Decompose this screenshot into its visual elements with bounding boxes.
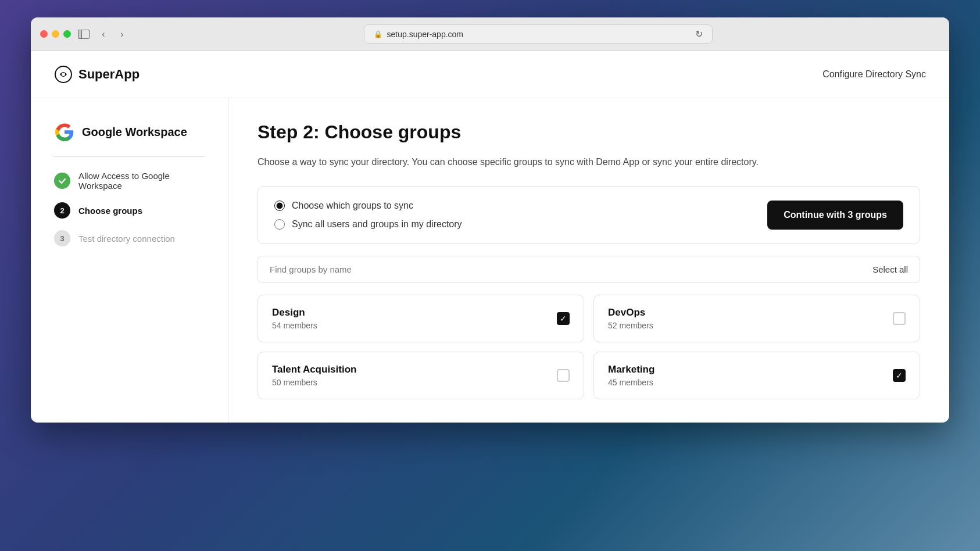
- group-info-devops: DevOps 52 members: [608, 307, 653, 330]
- sidebar-steps: Allow Access to Google Workspace 2 Choos…: [54, 171, 205, 246]
- main-content: Step 2: Choose groups Choose a way to sy…: [228, 98, 949, 423]
- search-input[interactable]: [270, 264, 872, 274]
- close-button[interactable]: [40, 30, 48, 38]
- google-icon: [54, 121, 75, 142]
- browser-window: ‹ › 🔒 setup.super-app.com ↻ SuperApp Con…: [31, 17, 949, 423]
- sync-options-box: Choose which groups to sync Sync all use…: [257, 186, 920, 244]
- browser-chrome: ‹ › 🔒 setup.super-app.com ↻: [31, 17, 949, 51]
- group-members-marketing: 45 members: [608, 378, 654, 387]
- checkbox-unchecked-talent: [557, 369, 570, 382]
- continue-button[interactable]: Continue with 3 groups: [767, 201, 903, 230]
- sync-radio-options: Choose which groups to sync Sync all use…: [274, 201, 462, 230]
- step1-label: Allow Access to Google Workspace: [78, 171, 205, 191]
- checkbox-checked-marketing: ✓: [893, 369, 906, 382]
- sidebar-divider: [54, 156, 205, 157]
- radio-option-all[interactable]: Sync all users and groups in my director…: [274, 219, 462, 230]
- sidebar: Google Workspace Allow Access to Google …: [31, 98, 228, 423]
- group-card-design[interactable]: Design 54 members ✓: [257, 295, 584, 342]
- checkbox-checked-design: ✓: [557, 312, 570, 325]
- radio-all-users-label: Sync all users and groups in my director…: [292, 219, 462, 230]
- group-name-marketing: Marketing: [608, 364, 654, 375]
- group-members-talent: 50 members: [272, 378, 356, 387]
- page-content: Google Workspace Allow Access to Google …: [31, 98, 949, 423]
- step2-indicator: 2: [54, 202, 70, 219]
- maximize-button[interactable]: [63, 30, 71, 38]
- page-header: SuperApp Configure Directory Sync: [31, 51, 949, 98]
- search-bar-container: Select all: [257, 256, 920, 283]
- step2-label: Choose groups: [78, 206, 142, 216]
- radio-all-users[interactable]: [274, 219, 285, 230]
- step1-indicator: [54, 173, 70, 189]
- browser-nav: ‹ ›: [96, 27, 129, 41]
- step-title: Step 2: Choose groups: [257, 121, 920, 143]
- refresh-button[interactable]: ↻: [695, 28, 703, 40]
- group-name-devops: DevOps: [608, 307, 653, 319]
- sidebar-item-step3: 3 Test directory connection: [54, 230, 205, 246]
- select-all-button[interactable]: Select all: [872, 264, 908, 274]
- forward-arrow[interactable]: ›: [115, 27, 129, 41]
- radio-specific-groups-label: Choose which groups to sync: [292, 201, 413, 211]
- checkbox-talent[interactable]: [557, 369, 570, 382]
- address-bar[interactable]: 🔒 setup.super-app.com ↻: [364, 24, 713, 44]
- sidebar-toggle-icon[interactable]: [78, 30, 90, 39]
- group-name-talent: Talent Acquisition: [272, 364, 356, 375]
- url-text: setup.super-app.com: [387, 30, 464, 39]
- logo-text: SuperApp: [78, 67, 140, 82]
- back-arrow[interactable]: ‹: [96, 27, 110, 41]
- checkbox-design[interactable]: ✓: [557, 312, 570, 325]
- radio-specific-groups[interactable]: [274, 201, 285, 211]
- groups-grid: Design 54 members ✓ DevOps 52 members: [257, 295, 920, 399]
- group-members-devops: 52 members: [608, 321, 653, 330]
- minimize-button[interactable]: [52, 30, 59, 38]
- group-info-marketing: Marketing 45 members: [608, 364, 654, 387]
- checkbox-marketing[interactable]: ✓: [893, 369, 906, 382]
- group-card-marketing[interactable]: Marketing 45 members ✓: [593, 352, 920, 399]
- logo-icon: [54, 65, 73, 84]
- sidebar-provider: Google Workspace: [54, 121, 205, 142]
- lock-icon: 🔒: [374, 30, 382, 38]
- provider-name: Google Workspace: [82, 126, 187, 139]
- traffic-lights: [40, 30, 71, 38]
- group-name-design: Design: [272, 307, 317, 319]
- page-header-title: Configure Directory Sync: [822, 69, 926, 80]
- step3-indicator: 3: [54, 230, 70, 246]
- checkbox-unchecked-devops: [893, 312, 906, 325]
- group-info-talent: Talent Acquisition 50 members: [272, 364, 356, 387]
- checkbox-devops[interactable]: [893, 312, 906, 325]
- step-description: Choose a way to sync your directory. You…: [257, 155, 781, 170]
- svg-point-1: [62, 73, 65, 76]
- group-card-talent[interactable]: Talent Acquisition 50 members: [257, 352, 584, 399]
- group-info-design: Design 54 members: [272, 307, 317, 330]
- logo-area: SuperApp: [54, 65, 822, 84]
- step3-label: Test directory connection: [78, 234, 175, 244]
- sidebar-item-step2: 2 Choose groups: [54, 202, 205, 219]
- radio-option-specific[interactable]: Choose which groups to sync: [274, 201, 462, 211]
- group-card-devops[interactable]: DevOps 52 members: [593, 295, 920, 342]
- group-members-design: 54 members: [272, 321, 317, 330]
- sidebar-item-step1: Allow Access to Google Workspace: [54, 171, 205, 191]
